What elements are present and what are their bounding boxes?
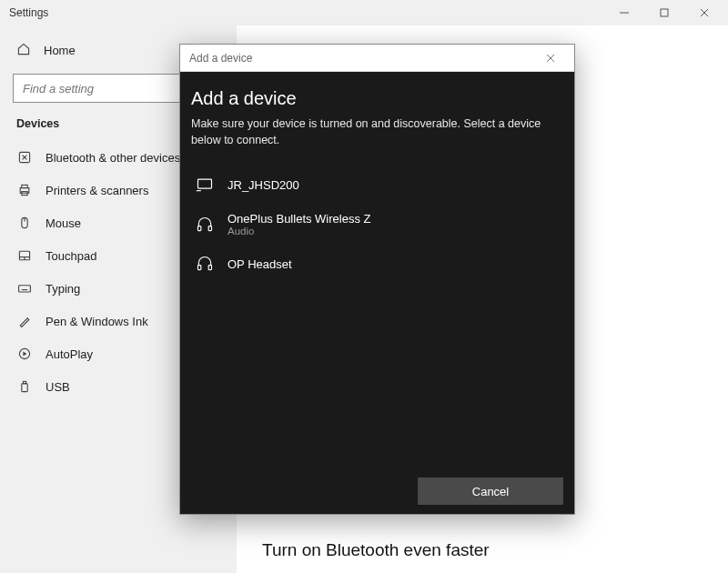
device-name: JR_JHSD200	[228, 178, 299, 192]
svg-rect-23	[22, 384, 27, 392]
window-title: Settings	[9, 6, 48, 19]
device-row[interactable]: OnePlus Bullets Wireless Z Audio	[191, 203, 563, 246]
close-button[interactable]	[684, 0, 724, 25]
headphone-icon	[195, 216, 215, 234]
svg-rect-27	[198, 179, 212, 188]
add-device-dialog: Add a device Add a device Make sure your…	[179, 44, 575, 515]
home-label: Home	[44, 44, 76, 57]
sidebar-item-label: USB	[46, 380, 70, 394]
svg-rect-30	[208, 226, 211, 230]
headphone-icon	[195, 255, 215, 273]
device-name: OP Headset	[228, 257, 292, 271]
device-row[interactable]: JR_JHSD200	[191, 166, 563, 203]
dialog-heading: Add a device	[191, 88, 563, 109]
touchpad-icon	[16, 248, 33, 263]
sidebar-item-label: Bluetooth & other devices	[46, 151, 180, 165]
device-name: OnePlus Bullets Wireless Z	[228, 212, 371, 226]
svg-rect-32	[208, 266, 211, 270]
dialog-subtext: Make sure your device is turned on and d…	[191, 116, 563, 148]
usb-icon	[16, 379, 33, 394]
svg-rect-24	[23, 381, 25, 383]
window-controls	[604, 0, 724, 25]
display-icon	[195, 176, 215, 194]
maximize-button[interactable]	[644, 0, 684, 25]
dialog-close-button[interactable]	[532, 45, 569, 72]
svg-rect-1	[661, 9, 668, 16]
sidebar-item-label: Touchpad	[46, 249, 96, 263]
sidebar-item-label: AutoPlay	[46, 347, 93, 361]
device-subtext: Audio	[228, 226, 371, 236]
dialog-title: Add a device	[189, 52, 252, 65]
sidebar-item-label: Pen & Windows Ink	[46, 315, 148, 328]
svg-rect-29	[198, 226, 201, 230]
sidebar-item-label: Printers & scanners	[46, 184, 148, 197]
home-icon	[16, 42, 31, 59]
svg-marker-22	[23, 352, 26, 357]
svg-rect-15	[19, 286, 31, 292]
svg-rect-31	[198, 266, 201, 270]
dialog-body: Add a device Make sure your device is tu…	[180, 72, 574, 514]
pen-icon	[16, 314, 33, 328]
autoplay-icon	[16, 347, 33, 361]
minimize-button[interactable]	[604, 0, 644, 25]
section-heading: Turn on Bluetooth even faster	[262, 540, 703, 560]
dialog-titlebar: Add a device	[180, 45, 574, 72]
keyboard-icon	[16, 281, 33, 296]
cancel-button[interactable]: Cancel	[418, 478, 563, 505]
sidebar-item-label: Typing	[46, 282, 80, 296]
window-titlebar: Settings	[0, 0, 728, 25]
dialog-footer: Cancel	[418, 478, 563, 505]
sidebar-item-label: Mouse	[46, 216, 81, 230]
device-row[interactable]: OP Headset	[191, 246, 563, 282]
mouse-icon	[16, 216, 33, 230]
svg-rect-8	[22, 185, 27, 187]
bluetooth-icon	[16, 150, 33, 165]
printer-icon	[16, 183, 33, 197]
